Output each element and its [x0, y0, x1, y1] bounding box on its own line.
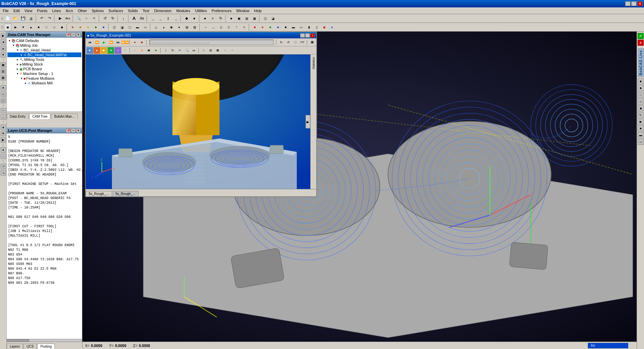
tree-expand-cam-defaults[interactable]: ▾ [7, 39, 11, 42]
misc-11[interactable]: ● [328, 24, 336, 31]
tree-item-milling-job[interactable]: ▾ 📚 Milling Job [7, 43, 81, 48]
left-tool-18[interactable]: ↗ [1, 164, 6, 169]
tab-bobart-man[interactable]: BobArt Man... [51, 114, 78, 119]
cam-play-step-back[interactable]: ⏪ [93, 39, 100, 46]
text-button[interactable]: A [130, 15, 138, 22]
menu-points[interactable]: Points [35, 8, 49, 13]
select-button[interactable]: ▶ [56, 15, 64, 22]
tree-expand-milling-job[interactable]: ▾ [11, 44, 15, 47]
cam-view-full[interactable]: □ [292, 39, 299, 46]
view-btn-d[interactable]: ▩ [251, 15, 258, 22]
bobcad-live-close-btn[interactable]: × [638, 40, 644, 46]
cam-viewport[interactable]: X Z Y Statistics ▶ [86, 54, 316, 189]
left-tool-15[interactable]: ▶ [1, 137, 6, 143]
shape-1[interactable]: △ [152, 24, 160, 31]
shape-2[interactable]: ▴ [160, 24, 167, 31]
cam-stats-btn[interactable]: ▨ [309, 39, 316, 46]
tool-btn-b[interactable]: ⎯ [157, 15, 164, 22]
tool-btn-c[interactable]: ∥ [164, 15, 172, 22]
cam-view-rotate-cw[interactable]: ↻ [278, 39, 285, 46]
rotate-left-button[interactable]: ↺ [101, 15, 109, 22]
cam-tab-1[interactable]: 5x_Rough_... [86, 191, 112, 196]
shape-3[interactable]: ◉ [168, 24, 175, 31]
menu-file[interactable]: File [1, 8, 11, 13]
cam-proc-3[interactable]: ▢ [126, 24, 133, 31]
cam-extra-4[interactable]: ▫ [222, 47, 228, 54]
redo-button[interactable]: ↷ [46, 15, 53, 22]
left-tool-4[interactable]: ▼ [1, 52, 6, 57]
left-tool-11[interactable]: ⎼ [1, 108, 6, 113]
left-tool-14[interactable]: ▼ [1, 131, 6, 136]
misc-4[interactable]: ■ [274, 24, 282, 31]
tree-expand-feature-multiaxis[interactable]: ▾ [19, 77, 24, 80]
tree-expand-machine-setup[interactable]: ▾ [15, 72, 19, 75]
tree-item-milling-stock[interactable]: ▸ ■ Milling Stock [7, 62, 81, 67]
select-all-button[interactable]: ALL [64, 15, 72, 22]
cam-extra-5[interactable]: → [229, 47, 235, 54]
cam-btn-2[interactable]: ▶ [12, 24, 19, 31]
left-tool-3[interactable]: ▲ [1, 46, 6, 51]
view-btn-b[interactable]: ▣ [235, 15, 243, 22]
tab-data-entry[interactable]: Data Entry [7, 114, 29, 119]
left-tool-10[interactable]: ▢ [1, 98, 6, 103]
menu-splines[interactable]: Splines [90, 8, 106, 13]
cam-view-top[interactable]: ▲ [93, 47, 100, 54]
cam-view-front[interactable]: ■ [86, 47, 93, 54]
layer-ucs-minimize-btn[interactable]: − [71, 128, 76, 133]
cam-shade-shade[interactable]: ◆ [138, 47, 145, 54]
cam-proc-1[interactable]: ◫ [111, 24, 118, 31]
cam-viewport-collapse-arrow[interactable]: ▶ [306, 115, 310, 128]
left-tool-19[interactable]: ↘ [1, 170, 6, 176]
misc-6[interactable]: ▬ [290, 24, 297, 31]
cam-view-1[interactable]: ■ [69, 24, 76, 31]
cam-view-iso[interactable]: ◇ [115, 47, 121, 54]
tree-expand-bc-head[interactable]: ▾ [15, 48, 19, 52]
bobcad-live-label[interactable]: BobCAD Live [638, 48, 644, 77]
op-4[interactable]: ⍐ [225, 24, 232, 31]
tree-item-bc-head-millpat[interactable]: ▸ ⛭ BC_Head_Head.MillPat [7, 52, 81, 57]
live-side-btn-9[interactable]: ▬ [638, 132, 644, 138]
cam-btn-8[interactable]: ◆ [58, 24, 66, 31]
op-6[interactable]: ⍒ [240, 24, 248, 31]
refresh-btn[interactable]: ↻ [217, 15, 224, 22]
menu-window[interactable]: Window [234, 8, 251, 13]
menu-text[interactable]: Text [140, 8, 151, 13]
cam-btn-6[interactable]: □ [43, 24, 50, 31]
shape-6[interactable]: ▨ [191, 24, 198, 31]
menu-lines[interactable]: Lines [50, 8, 63, 13]
cam-win-minimize-btn[interactable]: − [300, 33, 305, 38]
menu-solids[interactable]: Solids [126, 8, 140, 13]
live-side-btn-8[interactable]: ■ [638, 125, 644, 131]
tree-item-feature-multiaxis[interactable]: ▾ ■ Feature Multiaxis [7, 76, 81, 81]
misc-2[interactable]: ■ [259, 24, 266, 31]
misc-8[interactable]: ▮ [305, 24, 313, 31]
tree-expand-millpat[interactable]: ▸ [19, 53, 24, 56]
tree-expand-multiaxis-mill[interactable]: ▸ [24, 81, 28, 85]
cam-win-close-btn[interactable]: × [310, 33, 315, 38]
left-tool-16[interactable]: ● [1, 147, 6, 153]
layer-ucs-close-btn[interactable]: × [76, 128, 81, 133]
left-tool-17[interactable]: ▫ [1, 154, 6, 159]
split-view-btn[interactable]: ◫ [261, 15, 269, 22]
left-tool-13[interactable]: ▲ [1, 124, 6, 130]
cam-tool-zoom-3d[interactable]: 🔍 [184, 47, 190, 54]
cam-tool-rotate-3d[interactable]: ↻ [169, 47, 176, 54]
save-button[interactable]: 💾 [19, 15, 27, 22]
snap-btn[interactable]: ◆ [183, 15, 190, 22]
left-tool-1[interactable]: ▶ [1, 33, 6, 38]
cam-win-maximize-btn[interactable]: □ [305, 33, 310, 38]
cam-view-fit[interactable]: FIT [299, 39, 306, 46]
cam-progress-bar[interactable]: ................................ [150, 40, 274, 45]
cam-extra-3[interactable]: ▩ [214, 47, 221, 54]
tree-item-milling-tools[interactable]: ▸ 🔧 Milling Tools [7, 57, 81, 62]
cam-extra-1[interactable]: □ [200, 47, 207, 54]
tab-ucs[interactable]: UCS [24, 344, 37, 349]
layer-btn[interactable]: ■ [201, 15, 209, 22]
op-1[interactable]: ⎼ [202, 24, 209, 31]
op-3[interactable]: ⍓ [217, 24, 225, 31]
rotate-right-button[interactable]: ↻ [109, 15, 116, 22]
cam-view-2[interactable]: ■ [77, 24, 84, 31]
cam-tool-pan-3d[interactable]: ⚰ [176, 47, 183, 54]
cam-tree-close-btn[interactable]: × [76, 33, 81, 37]
op-5[interactable]: ⍑ [233, 24, 240, 31]
